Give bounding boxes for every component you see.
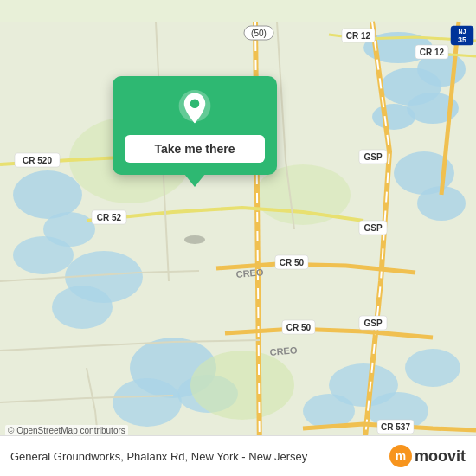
svg-point-54 — [190, 100, 200, 109]
location-pin-icon — [177, 90, 213, 126]
svg-text:NJ: NJ — [459, 29, 466, 35]
svg-point-5 — [372, 104, 415, 130]
svg-text:CR 12: CR 12 — [420, 48, 445, 57]
svg-point-20 — [190, 351, 294, 420]
svg-point-19 — [405, 349, 460, 387]
popup-card: Take me there — [113, 76, 277, 175]
svg-text:GSP: GSP — [363, 223, 382, 233]
moovit-logo: m moovit — [389, 445, 466, 467]
svg-text:CR 537: CR 537 — [381, 422, 410, 432]
take-me-there-button[interactable]: Take me there — [125, 135, 265, 163]
bottom-bar: General Groundworks, Phalanx Rd, New Yor… — [0, 435, 476, 476]
svg-text:CR 50: CR 50 — [280, 258, 305, 267]
moovit-logo-icon: m — [389, 445, 412, 467]
map-container: CR 520 CR 52 (50) CR 50 CR 50 CR 537 CR … — [0, 0, 476, 476]
svg-text:(50): (50) — [251, 29, 267, 38]
svg-point-52 — [184, 235, 205, 244]
svg-point-10 — [13, 236, 74, 274]
svg-point-14 — [113, 378, 182, 427]
svg-text:CR 52: CR 52 — [97, 213, 122, 222]
moovit-brand-text: moovit — [415, 447, 466, 466]
location-description: General Groundworks, Phalanx Rd, New Yor… — [10, 450, 389, 463]
svg-point-8 — [13, 170, 82, 219]
map-background: CR 520 CR 52 (50) CR 50 CR 50 CR 537 CR … — [0, 0, 476, 476]
svg-text:CR 520: CR 520 — [23, 156, 52, 165]
svg-text:CR 50: CR 50 — [286, 323, 312, 332]
svg-text:CR 12: CR 12 — [346, 31, 371, 41]
svg-text:GSP: GSP — [363, 152, 382, 162]
svg-text:GSP: GSP — [363, 318, 382, 328]
svg-text:35: 35 — [458, 35, 466, 44]
svg-point-12 — [52, 286, 113, 329]
